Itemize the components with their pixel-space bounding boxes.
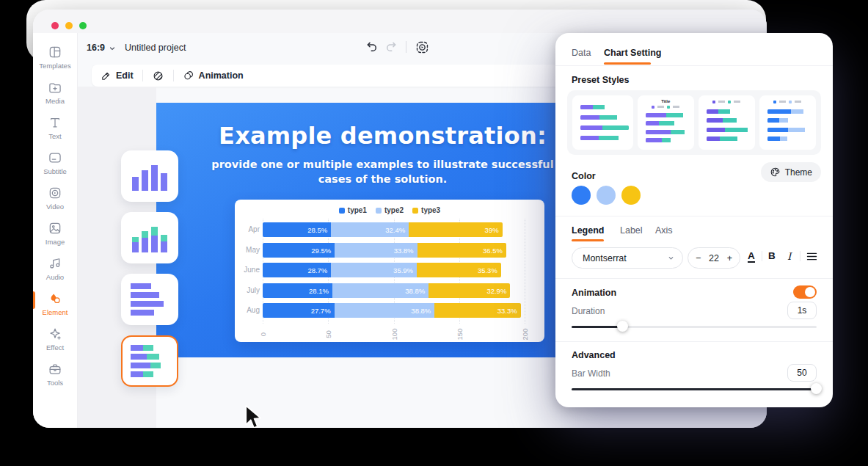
edit-button[interactable]: Edit <box>101 70 134 81</box>
color-swatch-3[interactable] <box>621 186 641 205</box>
element-thumbnail-bar-stacked[interactable] <box>121 335 178 387</box>
tab-label[interactable]: Label <box>620 225 643 236</box>
bar-segment-type1: 28.7% <box>263 263 331 277</box>
sidebar-item-effect[interactable]: Effect <box>33 327 77 352</box>
sidebar-item-element[interactable]: Element <box>33 291 77 316</box>
thumb-bar-segment <box>161 173 167 191</box>
color-swatch-2[interactable] <box>597 186 616 205</box>
sidebar-item-video[interactable]: Video <box>33 186 77 211</box>
bar-value-label: 38.8% <box>411 307 431 315</box>
preset-mini-bar <box>767 109 812 114</box>
tab-chart-setting[interactable]: Chart Setting <box>604 48 661 58</box>
preset-style-purple-teal-plain[interactable] <box>572 95 633 150</box>
preview-button[interactable] <box>414 39 430 55</box>
thumb-bar <box>151 227 158 252</box>
animation-toggle[interactable] <box>793 285 817 299</box>
thumb-bar-segment <box>131 363 150 368</box>
preset-style-blue-lightblue[interactable] <box>759 95 816 150</box>
thumb-bar-segment <box>131 301 164 307</box>
thumb-bar <box>161 235 167 252</box>
slider-thumb[interactable] <box>811 383 822 394</box>
preset-mini-segment <box>666 113 682 117</box>
toolbar-divider <box>173 70 174 81</box>
font-color-button[interactable]: A <box>748 250 755 263</box>
sidebar-item-image[interactable]: Image <box>33 221 77 246</box>
bar-segment-type1: 29.5% <box>263 243 335 258</box>
bold-button[interactable]: B <box>768 250 776 261</box>
preset-mini-bar <box>580 115 629 120</box>
thumb-bar-segment <box>151 227 158 236</box>
sidebar-item-templates[interactable]: Templates <box>33 45 77 70</box>
tab-legend[interactable]: Legend <box>572 225 604 236</box>
preset-legend-swatch <box>712 101 715 103</box>
aspect-ratio-selector[interactable]: 16:9 <box>87 43 117 53</box>
bar-segment-type3: 36.5% <box>417 243 506 258</box>
thumb-bar <box>132 177 139 191</box>
preset-mini-segment <box>767 109 791 114</box>
font-family-select[interactable]: Montserrat <box>572 247 683 269</box>
bar-segment-type2: 32.4% <box>331 222 409 237</box>
duration-value-box[interactable]: 1s <box>787 302 817 319</box>
stage: TemplatesMediaTextSubtitleVideoImageAudi… <box>0 0 868 466</box>
thumb-bar <box>131 354 169 360</box>
thumb-bar-segment <box>161 235 167 241</box>
chevron-down-icon <box>108 44 117 53</box>
bar-width-slider[interactable] <box>572 383 817 395</box>
sidebar-item-text[interactable]: Text <box>33 115 77 140</box>
chart-bar-row[interactable]: 29.5%33.8%36.5% <box>263 243 506 258</box>
slide-chart[interactable]: type1type2type3 050100150200Apr28.5%32.4… <box>235 200 544 342</box>
tab-data[interactable]: Data <box>572 48 591 58</box>
slide-subtitle[interactable]: provide one or multiple examples to illu… <box>156 157 609 186</box>
font-size-increase[interactable]: + <box>727 253 732 263</box>
minimize-button[interactable] <box>65 22 73 29</box>
toolbar-divider <box>142 70 143 81</box>
preset-mini-bar <box>646 138 690 142</box>
animation-button[interactable]: Animation <box>183 70 244 81</box>
design-button[interactable] <box>152 70 164 82</box>
redo-button[interactable] <box>383 39 399 55</box>
line-spacing-icon[interactable] <box>806 252 817 261</box>
bar-segment-type1: 28.5% <box>263 222 331 237</box>
animation-heading: Animation <box>572 288 616 298</box>
slider-thumb[interactable] <box>617 321 628 332</box>
sidebar-item-tools[interactable]: Tools <box>33 362 77 387</box>
slide-canvas[interactable]: Example demonstration: provide one or mu… <box>156 103 609 357</box>
chart-bar-row[interactable]: 28.7%35.9%35.3% <box>263 263 501 277</box>
chart-bar-row[interactable]: 28.5%32.4%39% <box>263 222 503 237</box>
italic-button[interactable]: I <box>787 250 791 262</box>
thumb-bar-segment <box>142 231 148 238</box>
slide-title[interactable]: Example demonstration: <box>156 122 609 150</box>
font-size-decrease[interactable]: − <box>696 253 701 263</box>
element-thumbnail-column[interactable] <box>121 150 178 202</box>
x-axis-tick-label: 100 <box>390 322 398 347</box>
category-label: June <box>235 263 260 277</box>
font-family-value: Montserrat <box>583 253 627 263</box>
chart-bar-row[interactable]: 27.7%38.8%33.3% <box>263 303 521 318</box>
undo-button[interactable] <box>364 39 380 55</box>
bar-segment-type3: 39% <box>409 222 503 237</box>
preset-style-purple-teal-title[interactable]: Title <box>638 95 694 150</box>
close-button[interactable] <box>51 22 59 29</box>
preset-mini-chart <box>764 104 812 146</box>
chart-settings-panel: Data Chart Setting Preset Styles Title C… <box>555 33 833 407</box>
preset-mini-bar <box>707 118 751 123</box>
color-swatch-1[interactable] <box>572 186 591 205</box>
panel-divider <box>555 341 833 342</box>
bar-width-value-box[interactable]: 50 <box>787 364 817 382</box>
chart-bar-row[interactable]: 28.1%38.8%32.9% <box>263 283 510 298</box>
zoom-button[interactable] <box>79 22 87 29</box>
bar-value-label: 32.4% <box>385 226 405 234</box>
preset-style-purple-teal-labels[interactable] <box>699 95 755 150</box>
sidebar-item-media[interactable]: Media <box>33 80 77 105</box>
sidebar-item-subtitle[interactable]: Subtitle <box>33 150 77 175</box>
sidebar-item-audio[interactable]: Audio <box>33 256 77 281</box>
tab-axis[interactable]: Axis <box>655 225 673 236</box>
preset-mini-legend <box>764 99 812 104</box>
element-thumbnail-bar[interactable] <box>121 274 178 325</box>
preset-mini-segment <box>707 109 718 114</box>
element-thumbnail-column-stacked[interactable] <box>121 212 178 263</box>
duration-slider[interactable] <box>572 321 817 332</box>
thumb-bar-segment <box>131 283 151 289</box>
theme-button[interactable]: Theme <box>761 162 821 182</box>
bar-value-label: 27.7% <box>311 307 331 315</box>
